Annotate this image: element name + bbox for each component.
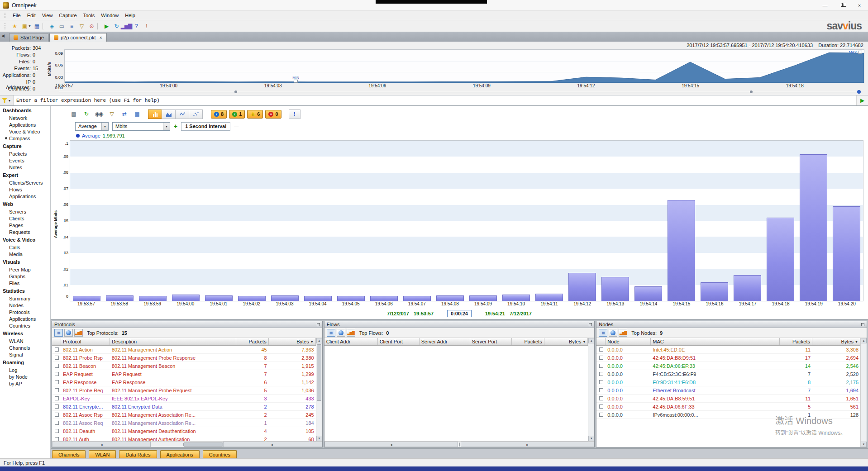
column-header-protocol[interactable]: Protocol	[61, 338, 110, 345]
bar-view-icon[interactable]: ▂▅▇	[347, 329, 355, 337]
sidebar-item-packets[interactable]: Packets	[3, 150, 50, 157]
column-header-node[interactable]: Node	[606, 338, 651, 345]
scroll-left-icon[interactable]: ◀	[324, 442, 458, 447]
row-checkbox[interactable]	[599, 396, 603, 400]
compass-plot[interactable]	[70, 140, 863, 301]
sidebar-item-by-ap[interactable]: by AP	[3, 380, 50, 387]
print-icon[interactable]: ▤	[68, 109, 79, 119]
horizontal-scrollbar[interactable]: ◀ ▶	[324, 441, 595, 447]
tab-start-page[interactable]: Start Page	[9, 33, 48, 42]
flows-panel-header[interactable]: Flows	[324, 321, 595, 328]
compass-bar[interactable]	[238, 296, 266, 301]
sidebar-item-events[interactable]: Events	[3, 157, 50, 164]
table-row[interactable]: EAP Response EAP Response 6 1,142	[52, 378, 316, 386]
alarms-icon[interactable]: ⊙	[86, 22, 96, 31]
scroll-up-icon[interactable]: ▲	[588, 338, 594, 343]
table-icon[interactable]: ▦	[131, 109, 142, 119]
compass-bar[interactable]	[403, 296, 431, 301]
close-icon[interactable]: ×	[100, 35, 102, 40]
notes-icon[interactable]: !	[141, 22, 151, 31]
timeline-area-plot[interactable]: MIN MAX	[64, 49, 864, 83]
row-checkbox[interactable]	[55, 372, 59, 376]
row-checkbox[interactable]	[55, 413, 59, 417]
column-header-description[interactable]: Description	[110, 338, 236, 345]
table-row[interactable]: 802.11 Action 802.11 Management Action 4…	[52, 346, 316, 354]
graphs-icon[interactable]: ▂▅▇	[121, 22, 131, 31]
sidebar-item-servers[interactable]: Servers	[3, 208, 50, 215]
expert-info-badge[interactable]: i 8	[211, 110, 227, 119]
bottom-tab-applications[interactable]: Applications	[160, 450, 200, 458]
tab-p2p-connect[interactable]: p2p connect.pkt ×	[49, 33, 107, 42]
compass-bar[interactable]	[701, 282, 728, 301]
vertical-scrollbar[interactable]: ▲ ▼	[588, 338, 594, 441]
scroll-up-icon[interactable]: ▲	[316, 338, 322, 343]
select-all-column[interactable]	[52, 338, 61, 345]
column-header-packets[interactable]: Packets	[780, 338, 812, 345]
compass-bar[interactable]	[106, 295, 134, 301]
row-checkbox[interactable]	[55, 404, 59, 409]
menu-item[interactable]: View	[39, 11, 56, 20]
pin-icon[interactable]	[589, 323, 592, 326]
range-handle-end[interactable]	[750, 90, 753, 93]
sidebar-item-voice-video[interactable]: Voice & Video	[3, 128, 50, 135]
table-row[interactable]: 0.0.0.0 Intel:45:ED:0E 11 3,308	[596, 346, 860, 354]
compass-bar[interactable]	[139, 296, 167, 301]
tab-nav-back-icon[interactable]: ◀	[1, 33, 5, 38]
alert-button[interactable]: !	[289, 109, 300, 119]
pin-icon[interactable]	[861, 323, 864, 326]
restore-button[interactable]	[834, 0, 851, 10]
separator[interactable]	[43, 23, 46, 30]
scrollbar-thumb[interactable]	[317, 344, 321, 401]
bottom-tab-wlan[interactable]: WLAN	[89, 450, 116, 458]
sidebar-item-log[interactable]: Log	[3, 366, 50, 373]
compass-bar[interactable]	[205, 295, 233, 301]
max-marker[interactable]: MAX	[849, 50, 862, 54]
compass-bar[interactable]	[601, 277, 629, 301]
sidebar-item-network[interactable]: Network	[3, 114, 50, 121]
column-header-mac[interactable]: MAC	[651, 338, 780, 345]
scroll-left-icon[interactable]: ◀	[52, 442, 151, 447]
compass-bar[interactable]	[502, 295, 530, 301]
menu-item[interactable]: Edit	[24, 11, 39, 20]
compass-bar[interactable]	[734, 275, 761, 301]
close-button[interactable]: ×	[851, 0, 868, 10]
range-handle-start[interactable]	[234, 90, 237, 93]
filter-menu-button[interactable]: ▼	[0, 95, 14, 105]
grid-view-icon[interactable]: ▦	[54, 329, 63, 337]
table-row[interactable]: 0.0.0.0 F4:CB:52:3C:E6:F9 7 2,520	[596, 370, 860, 378]
row-checkbox[interactable]	[55, 388, 59, 392]
compass-bar[interactable]	[568, 273, 596, 301]
chevron-down-icon[interactable]: ▼	[163, 123, 170, 130]
table-row[interactable]: EAP Request EAP Request 7 1,299	[52, 370, 316, 378]
column-header-bytes[interactable]: Bytes▼	[544, 338, 588, 345]
row-checkbox[interactable]	[599, 372, 603, 376]
filter-icon[interactable]: ▽	[106, 109, 117, 119]
compass-bar[interactable]	[668, 200, 695, 301]
sidebar-item-stats-applications[interactable]: Applications	[3, 315, 50, 322]
open-dropdown-icon[interactable]: ▼	[27, 22, 32, 31]
min-marker[interactable]: MIN	[292, 76, 299, 83]
sidebar-item-media[interactable]: Media	[3, 251, 50, 257]
warnings-badge[interactable]: ! 6	[247, 110, 263, 119]
sidebar-item-compass[interactable]: Compass	[3, 135, 50, 142]
row-checkbox[interactable]	[55, 380, 59, 384]
separator[interactable]	[97, 23, 100, 30]
vertical-scrollbar[interactable]: ▲ ▼	[316, 338, 322, 441]
capture-options-icon[interactable]: ◈	[47, 22, 57, 31]
compass-bar[interactable]	[370, 296, 398, 301]
compass-bar[interactable]	[271, 295, 299, 301]
swap-arrows-icon[interactable]: ⇄	[119, 109, 129, 119]
sidebar-item-expert-applications[interactable]: Applications	[3, 193, 50, 200]
globe-view-icon[interactable]	[64, 329, 73, 337]
globe-view-icon[interactable]	[609, 329, 617, 337]
compass-bar[interactable]	[304, 296, 332, 301]
table-row[interactable]: 0.0.0.0 42:45:DA:06:6F:33 5 561	[596, 403, 860, 411]
chevron-down-icon[interactable]: ▼	[101, 123, 108, 130]
row-checkbox[interactable]	[599, 356, 603, 360]
chart-type-area-button[interactable]	[162, 109, 176, 119]
menu-item[interactable]: Window	[98, 11, 122, 20]
table-row[interactable]: 0.0.0.0 IPv6mcast:00:00:0... 1 128	[596, 411, 860, 419]
table-row[interactable]: EAPOL-Key IEEE 802.1x EAPOL-Key 3 433	[52, 395, 316, 403]
series-name[interactable]: Average	[82, 133, 100, 138]
row-checkbox[interactable]	[599, 388, 603, 392]
